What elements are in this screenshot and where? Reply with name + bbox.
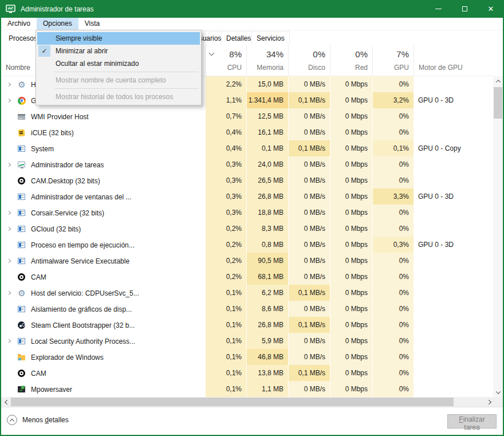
- expand-arrow[interactable]: [5, 211, 13, 214]
- gpu-engine-cell: [414, 172, 494, 189]
- disk-cell: 0 MB/s: [288, 381, 330, 398]
- mem-cell: 8,6 MB: [246, 301, 288, 317]
- mem-cell: 26,5 MB: [246, 172, 288, 189]
- disk-cell: 0 MB/s: [288, 188, 330, 205]
- mem-cell: 5,9 MB: [246, 333, 288, 349]
- gpu-engine-column-header[interactable]: Motor de GPU: [414, 45, 494, 76]
- process-row[interactable]: Antimalware Service Executable0,2%90,5 M…: [1, 253, 494, 269]
- name-header-label: Nombre: [6, 64, 30, 72]
- vertical-scrollbar[interactable]: [493, 76, 503, 397]
- close-button[interactable]: ✕: [478, 0, 504, 18]
- process-row[interactable]: CAM.Desktop (32 bits)0,3%26,5 MB0 MB/s0 …: [1, 172, 494, 188]
- scroll-left-button[interactable]: [1, 397, 11, 407]
- scroll-down-button[interactable]: [493, 387, 503, 397]
- process-row[interactable]: Mpowersaver0,1%1,1 MB0 MB/s0 Mbps0%: [1, 381, 494, 397]
- gpu-engine-cell: GPU 0 - 3D: [414, 188, 494, 205]
- chevron-left-icon: [5, 399, 9, 404]
- gpu-engine-header-label: Motor de GPU: [419, 64, 463, 72]
- net-cell: 0 Mbps: [330, 172, 372, 189]
- chrome-icon: [17, 96, 26, 105]
- cam-icon: [17, 369, 26, 378]
- task-manager-window: Administrador de tareas ✕ ArchivoOpcione…: [0, 0, 504, 436]
- cpu-cell: 0,1%: [205, 365, 246, 382]
- disk-cell: 0 MB/s: [288, 124, 330, 141]
- process-name: Host del servicio: CDPUserSvc_5...: [31, 289, 139, 297]
- gpu-cell: 0%: [372, 317, 414, 333]
- gear-icon: ⚙: [17, 289, 26, 298]
- menu-item-mostrar-historial-de-todos-los-procesos[interactable]: Mostrar historial de todos los procesos: [37, 91, 200, 103]
- disk-cell: 0 MB/s: [288, 333, 330, 349]
- process-row[interactable]: iCUE (32 bits)0,4%16,1 MB0 MB/s0 Mbps0%: [1, 124, 494, 140]
- red-total-usage: 0%: [355, 49, 368, 59]
- process-row[interactable]: Steam Client Bootstrapper (32 b...0,1%26…: [1, 317, 494, 333]
- menubar-item-archivo[interactable]: Archivo: [1, 18, 37, 30]
- expand-arrow[interactable]: [5, 99, 13, 102]
- process-name-cell: Local Security Authority Process...: [1, 333, 205, 349]
- process-row[interactable]: CAM0,2%68,1 MB0 MB/s0 Mbps0%: [1, 269, 494, 285]
- disco-column-header[interactable]: 0%Disco: [288, 45, 330, 76]
- disk-cell: 0 MB/s: [288, 108, 330, 125]
- process-name: WMI Provider Host: [31, 113, 89, 121]
- expand-arrow[interactable]: [5, 227, 13, 230]
- process-row[interactable]: System0,4%0,1 MB0,1 MB/s0 Mbps0,1%GPU 0 …: [1, 140, 494, 156]
- process-row[interactable]: ⚙Host del servicio: CDPUserSvc_5...0,1%6…: [1, 285, 494, 301]
- memoria-column-header[interactable]: 34%Memoria: [246, 45, 288, 76]
- red-column-header[interactable]: 0%Red: [330, 45, 372, 76]
- expand-arrow[interactable]: [5, 340, 13, 343]
- cpu-cell: 0,1%: [205, 317, 246, 333]
- process-row[interactable]: Local Security Authority Process...0,1%5…: [1, 333, 494, 349]
- mem-cell: 0,8 MB: [246, 237, 288, 253]
- process-row[interactable]: CAM0,1%13,8 MB0,1 MB/s0 Mbps0%: [1, 365, 494, 381]
- mem-cell: 6,2 MB: [246, 285, 288, 301]
- process-row[interactable]: Explorador de Windows0,1%46,8 MB0 MB/s0 …: [1, 349, 494, 365]
- process-name: Corsair.Service (32 bits): [31, 209, 104, 217]
- expand-arrow[interactable]: [5, 83, 13, 86]
- gpu-cell: 0%: [372, 349, 414, 366]
- gpu-cell: 0%: [372, 365, 414, 382]
- maximize-button[interactable]: [451, 0, 478, 18]
- process-row[interactable]: Corsair.Service (32 bits)0,3%18,8 MB0 MB…: [1, 205, 494, 221]
- menu-item-mostrar-nombre-de-cuenta-completo[interactable]: Mostrar nombre de cuenta completo: [37, 74, 200, 87]
- mem-cell: 0,1 MB: [246, 140, 288, 157]
- maximize-icon: [462, 6, 467, 11]
- process-row[interactable]: Administrador de tareas0,3%24,0 MB0 MB/s…: [1, 156, 494, 172]
- gpu-engine-cell: GPU 0 - Copy: [414, 140, 494, 157]
- menu-item-minimizar-al-abrir[interactable]: ✓Minimizar al abrir: [37, 45, 200, 57]
- process-name: Local Security Authority Process...: [31, 337, 135, 345]
- mem-cell: 68,1 MB: [246, 269, 288, 285]
- menubar-item-opciones[interactable]: Opciones: [37, 18, 78, 30]
- vertical-scrollbar-thumb[interactable]: [494, 87, 502, 119]
- fewer-details-toggle[interactable]: Menos detalles: [7, 415, 69, 425]
- process-row[interactable]: Aislamiento de gráficos de disp...0,1%8,…: [1, 301, 494, 317]
- scroll-right-button[interactable]: [485, 397, 494, 407]
- cam-icon: [17, 176, 26, 186]
- expand-arrow[interactable]: [5, 292, 13, 294]
- minimize-button[interactable]: [425, 0, 451, 18]
- chevron-right-icon: [6, 83, 10, 87]
- horizontal-scrollbar[interactable]: [1, 397, 503, 407]
- tab-servicios[interactable]: Servicios: [251, 31, 290, 45]
- process-row[interactable]: GCloud (32 bits)0,2%8,3 MB0 MB/s0 Mbps0%: [1, 221, 494, 237]
- horizontal-scrollbar-thumb[interactable]: [11, 398, 454, 406]
- process-row[interactable]: Proceso en tiempo de ejecución...0,2%0,8…: [1, 237, 494, 253]
- scroll-up-button[interactable]: [493, 76, 503, 86]
- gpu-engine-cell: [414, 365, 494, 382]
- disk-cell: 0 MB/s: [288, 301, 330, 317]
- process-name-cell: CAM: [1, 269, 205, 285]
- gpu-cell: 0%: [372, 253, 414, 269]
- menu-item-siempre-visible[interactable]: Siempre visible: [37, 32, 200, 45]
- process-row[interactable]: WMI Provider Host0,7%12,5 MB0 MB/s0 Mbps…: [1, 108, 494, 124]
- menu-item-ocultar-al-estar-minimizado[interactable]: Ocultar al estar minimizado: [37, 57, 200, 70]
- menubar-item-vista[interactable]: Vista: [78, 18, 106, 30]
- cpu-column-header[interactable]: 8%CPU: [205, 45, 246, 76]
- gpu-engine-cell: [414, 253, 494, 269]
- process-row[interactable]: Administrador de ventanas del ...0,3%26,…: [1, 188, 494, 205]
- disk-cell: 0 MB/s: [288, 221, 330, 237]
- end-task-button[interactable]: Finalizar tarea: [447, 414, 497, 429]
- cpu-cell: 0,1%: [205, 381, 246, 398]
- expand-arrow[interactable]: [5, 260, 13, 262]
- gpu-engine-cell: GPU 0 - 3D: [414, 237, 494, 253]
- net-cell: 0 Mbps: [330, 381, 372, 398]
- gpu-column-header[interactable]: 7%GPU: [372, 45, 414, 76]
- expand-arrow[interactable]: [5, 163, 13, 166]
